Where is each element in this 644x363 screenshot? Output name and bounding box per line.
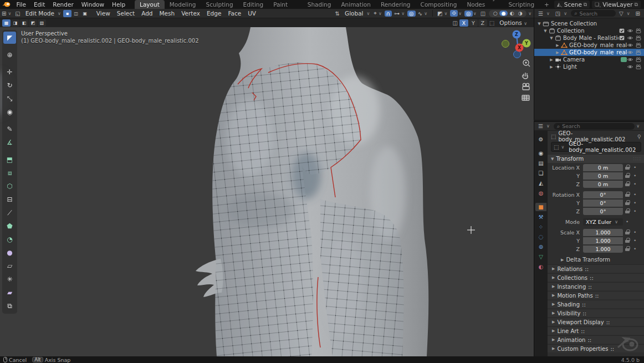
properties-tab-world[interactable]: ◍ [535, 189, 546, 197]
animate-dot-icon[interactable]: • [633, 181, 636, 187]
mirror-axis-z[interactable]: Z [478, 19, 487, 27]
tool-mode-intersect-icon[interactable]: ▧ [38, 19, 46, 27]
menu-file[interactable]: File [12, 1, 30, 8]
viewport-menu-mesh[interactable]: Mesh [156, 9, 178, 17]
shading-solid-icon[interactable]: ● [499, 11, 508, 16]
mode-dropdown[interactable]: Edit Mode [22, 9, 58, 17]
lock-icon[interactable] [625, 229, 631, 235]
axis-neg-y[interactable] [502, 40, 509, 48]
overlays-icon[interactable]: ◎ [464, 11, 473, 17]
eye-icon[interactable] [627, 57, 633, 63]
animate-dot-icon[interactable]: • [633, 246, 636, 252]
xray-toggle-icon[interactable]: ◫ [479, 11, 487, 17]
delta-transform-panel[interactable]: ▶ Delta Transform [548, 255, 644, 264]
menu-render[interactable]: Render [49, 1, 77, 8]
gizmos-icon[interactable]: ⟐ [450, 10, 458, 17]
viewport-menu-uv[interactable]: UV [244, 9, 259, 17]
transform-orientation-dropdown[interactable]: Global [341, 9, 367, 17]
field-value[interactable]: 1.000 [583, 237, 623, 244]
properties-tab-object[interactable]: ■ [535, 203, 546, 211]
animate-dot-icon[interactable]: • [626, 219, 628, 224]
tool-loop-cut[interactable]: ⊟ [3, 193, 16, 206]
panel-viewport-display[interactable]: ▶Viewport Display:: [548, 318, 644, 326]
expander-icon[interactable]: ▶ [549, 58, 554, 62]
outliner-row-scene-collection[interactable]: ▼Scene Collection [534, 20, 644, 27]
shading-wireframe-icon[interactable]: ○ [491, 11, 499, 16]
viewport-menu-add[interactable]: Add [138, 9, 156, 17]
tool-smooth[interactable]: ● [3, 247, 16, 259]
properties-tab-tool[interactable]: ⚙ [535, 135, 546, 144]
lock-icon[interactable] [625, 238, 631, 243]
tool-mode-subtract-icon[interactable]: ◧ [20, 19, 28, 27]
tab-layout[interactable]: Layout [135, 0, 165, 9]
object-name-field[interactable]: ⬚ ∨ GEO-body_male_realistic.002 [551, 142, 641, 152]
eye-icon[interactable] [627, 35, 633, 41]
snap-base-icon[interactable]: ⬚ [488, 20, 496, 26]
tool-mode-extend-icon[interactable]: ◨ [11, 19, 19, 27]
options-dropdown[interactable]: Options ∨ [499, 19, 529, 26]
panel-collections[interactable]: ▶Collections:: [548, 273, 644, 282]
outliner-row-light[interactable]: ▶Light [534, 63, 644, 70]
field-value[interactable]: 1.000 [583, 229, 623, 236]
new-scene-icon[interactable]: ⧉ [584, 2, 587, 8]
field-value[interactable]: 0 m [583, 172, 623, 180]
tab-compositing[interactable]: Compositing [416, 0, 462, 9]
panel-relations[interactable]: ▶Relations:: [548, 264, 644, 273]
panel-motion-paths[interactable]: ▶Motion Paths:: [548, 291, 644, 299]
viewport-menu-face[interactable]: Face [224, 9, 244, 17]
select-mode-edge[interactable]: ◫ [72, 10, 80, 17]
menu-help[interactable]: Help [108, 1, 129, 8]
animate-dot-icon[interactable]: • [633, 238, 636, 243]
properties-options-caret[interactable]: ∨ [636, 124, 642, 129]
properties-tab-material[interactable]: ◐ [535, 263, 546, 271]
tool-mode-set-icon[interactable]: ▦ [2, 19, 11, 27]
animate-dot-icon[interactable]: • [633, 173, 636, 178]
viewport-menu-vertex[interactable]: Vertex [178, 9, 203, 17]
tab-scripting[interactable]: Scripting [503, 0, 539, 9]
viewport-3d[interactable]: Z Y X User Perspective [0, 27, 534, 356]
outliner-search-input[interactable]: ⌕ Search [571, 10, 616, 17]
tab-texture-paint[interactable]: Texture Paint [268, 0, 303, 9]
tool-cursor[interactable]: ⊕ [3, 49, 16, 61]
camera-restrict-icon[interactable] [635, 35, 642, 41]
show-object-types-icon[interactable]: ◩ [436, 11, 444, 17]
tool-bevel[interactable]: ⬡ [3, 180, 16, 192]
eye-icon[interactable] [627, 49, 633, 55]
pin-icon[interactable]: ⚲ [637, 134, 641, 140]
scene-selector[interactable]: ◭˯ Scene ⧉ [554, 1, 590, 8]
tool-transform[interactable]: ◉ [3, 106, 16, 118]
animate-dot-icon[interactable]: • [633, 192, 636, 197]
tab-animation[interactable]: Animation [336, 0, 376, 9]
menu-window[interactable]: Window [78, 1, 108, 8]
lock-icon[interactable] [625, 200, 631, 206]
tool-shear[interactable]: ▰ [3, 287, 16, 299]
camera-restrict-icon[interactable] [635, 64, 642, 70]
new-viewlayer-icon[interactable]: ⧉ [635, 2, 638, 8]
outliner-row-body-male-realistic[interactable]: ▼Body Male - Realistic [534, 34, 644, 42]
eye-icon[interactable] [627, 64, 633, 70]
properties-tab-modifiers[interactable]: ⚒ [535, 213, 546, 221]
tool-move[interactable]: ✛ [3, 66, 16, 78]
expander-icon[interactable]: ▶ [555, 50, 560, 55]
mirror-axis-x[interactable]: X [459, 19, 468, 27]
properties-tab-view-layer[interactable]: ❏ [535, 169, 546, 177]
outliner-row-collection[interactable]: ▼Collection [534, 27, 644, 34]
tool-mode-invert-icon[interactable]: ◩ [29, 19, 37, 27]
lock-icon[interactable] [625, 208, 631, 214]
tool-poly-build[interactable]: ⬟ [3, 220, 16, 232]
new-collection-icon[interactable]: ⊞ [634, 11, 642, 17]
properties-editor-icon[interactable]: ☰ [536, 123, 545, 129]
outliner-scene-icon[interactable]: ◳ [554, 11, 562, 17]
field-value[interactable]: 0° [583, 200, 623, 207]
viewlayer-selector[interactable]: ❏˯ ViewLayer ⧉ [592, 1, 641, 8]
tool-select-box[interactable]: ◤ [3, 32, 16, 44]
field-value[interactable]: 0° [583, 208, 623, 215]
mirror-axis-y[interactable]: Y [469, 19, 478, 27]
tool-shrink-fatten[interactable]: ✳ [3, 273, 16, 285]
eye-icon[interactable] [627, 28, 633, 34]
camera-restrict-icon[interactable] [635, 42, 642, 48]
properties-tab-physics[interactable]: ◌ [535, 233, 546, 241]
field-value[interactable]: 0 m [583, 181, 623, 188]
outliner-row-geo-body-male-realistic-00[interactable]: ▶GEO-body_male_realistic.00 [534, 49, 644, 56]
transform-panel-header[interactable]: ▼ Transform :::: [548, 154, 644, 163]
